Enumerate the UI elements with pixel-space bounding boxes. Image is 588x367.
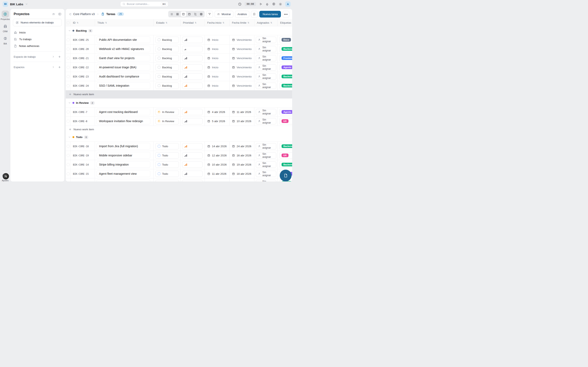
task-title[interactable]: Import from Jira (full migration) — [96, 143, 150, 150]
analytics-button[interactable]: Análisis — [235, 11, 250, 17]
start-date-cell[interactable]: Inicio — [205, 54, 229, 63]
tag-cell[interactable]: Backend — [279, 143, 292, 150]
view-list-icon[interactable] — [169, 11, 174, 17]
row-checkbox[interactable] — [66, 44, 70, 53]
priority-cell[interactable] — [182, 109, 203, 115]
row-checkbox[interactable] — [66, 160, 70, 169]
tag-cell[interactable]: Backend — [279, 161, 292, 168]
tag-cell[interactable]: UX — [279, 152, 292, 159]
assignee-cell[interactable]: Sin asignar — [256, 180, 276, 182]
task-title[interactable]: Email notification preferences — [96, 180, 150, 182]
task-title[interactable]: SSO / SAML integration — [96, 82, 150, 89]
priority-cell[interactable] — [182, 143, 203, 150]
table-row[interactable]: BIK-CORE-8 Workspace invitation flow red… — [66, 117, 292, 126]
status-badge[interactable]: Backlog — [155, 37, 179, 43]
row-checkbox[interactable] — [66, 151, 70, 160]
plus-icon[interactable] — [58, 55, 61, 58]
sidebar-item-notas-adhesivas[interactable]: Notas adhesivas — [10, 43, 64, 49]
status-badge[interactable]: In Review — [155, 118, 179, 124]
status-badge[interactable]: Todo — [155, 152, 179, 159]
sidebar-item-inicio[interactable]: Inicio — [10, 29, 64, 36]
show-button[interactable]: Mostrar — [215, 11, 233, 17]
row-checkbox[interactable] — [66, 81, 70, 90]
sidebar-section-spaces[interactable]: Espacios — [10, 64, 64, 70]
start-date-cell[interactable]: 4 abr 2026 — [205, 108, 229, 117]
status-badge[interactable]: Backlog — [155, 55, 179, 61]
new-task-button[interactable]: Nueva tarea — [259, 11, 281, 17]
due-date-cell[interactable]: 11 abr 2026 — [229, 108, 254, 117]
assignee-cell[interactable]: Sin asignar — [256, 64, 276, 71]
table-row[interactable]: BIK-CORE-15 Agent fleet management view … — [66, 169, 292, 178]
status-badge[interactable]: Todo — [155, 171, 179, 177]
row-checkbox[interactable] — [66, 178, 70, 182]
due-date-cell[interactable]: Vencimiento — [229, 35, 254, 44]
row-checkbox[interactable] — [66, 35, 70, 44]
assignee-cell[interactable]: Sin asignar — [256, 83, 276, 89]
group-header-row[interactable]: In Review 2 — [66, 99, 292, 108]
play-icon[interactable] — [259, 2, 262, 6]
status-badge[interactable]: In Review — [155, 109, 179, 115]
new-work-item-row[interactable]: Nuevo work item — [66, 126, 292, 133]
column-header-asignados[interactable]: Asignados⇅ — [254, 19, 278, 26]
task-title[interactable]: Public API documentation site — [96, 36, 150, 43]
start-date-cell[interactable]: 11 abr 2026 — [205, 169, 229, 178]
priority-cell[interactable] — [182, 171, 203, 177]
status-badge[interactable]: Backlog — [155, 73, 179, 80]
tag-cell[interactable]: Agents — [279, 64, 292, 71]
row-checkbox[interactable] — [66, 117, 70, 125]
priority-cell[interactable] — [182, 46, 203, 52]
sidebar-filter-icon[interactable] — [52, 12, 55, 16]
assignee-cell[interactable]: Sin asignar — [256, 118, 276, 124]
more-options-button[interactable]: ••• — [283, 11, 289, 17]
table-row[interactable]: BIK-CORE-16 Email notification preferenc… — [66, 178, 292, 182]
status-badge[interactable]: Todo — [155, 180, 179, 182]
sidebar-collapse-icon[interactable] — [58, 12, 61, 16]
table-row[interactable]: BIK-CORE-23 Audit dashboard for complian… — [66, 72, 292, 81]
tag-cell[interactable]: UX — [279, 118, 292, 124]
task-title[interactable]: Mobile responsive sidebar — [96, 152, 150, 159]
workspace-chevron-down-icon[interactable] — [25, 3, 28, 6]
start-date-cell[interactable]: Inicio — [205, 72, 229, 81]
table-row[interactable]: BIK-CORE-21 Gantt chart view for project… — [66, 54, 292, 63]
start-date-cell[interactable]: Inicio — [205, 63, 229, 72]
task-title[interactable]: Audit dashboard for compliance — [96, 73, 150, 80]
start-date-cell[interactable]: 12 abr 2026 — [205, 178, 229, 182]
column-header-prioridad[interactable]: Prioridad⇅ — [181, 19, 205, 26]
row-checkbox[interactable] — [66, 54, 70, 63]
start-date-cell[interactable]: 5 abr 2026 — [205, 117, 229, 125]
user-avatar[interactable]: A — [285, 1, 291, 7]
sidebar-item-tu-trabajo[interactable]: Tu trabajo — [10, 36, 64, 43]
chevron-right-icon[interactable] — [52, 66, 55, 69]
bell-icon[interactable] — [265, 2, 269, 6]
task-title[interactable]: AI-powered issue triage (BIA) — [96, 64, 150, 71]
group-header-row[interactable]: Backlog 6 — [66, 26, 292, 35]
column-header-estado[interactable]: Estado⇅ — [154, 19, 181, 26]
view-calendar-icon[interactable] — [187, 11, 192, 17]
tag-cell[interactable]: Agents — [279, 109, 292, 115]
status-badge[interactable]: Todo — [155, 143, 179, 150]
floating-page-button[interactable] — [280, 170, 292, 182]
priority-cell[interactable] — [182, 180, 203, 182]
assignee-cell[interactable]: Sin asignar — [256, 109, 276, 115]
assignee-cell[interactable]: Sin asignar — [256, 37, 276, 43]
due-date-cell[interactable]: Vencimiento — [229, 81, 254, 90]
due-date-cell[interactable]: Vencimiento — [229, 72, 254, 81]
workspace-logo[interactable]: BI — [3, 1, 8, 7]
priority-cell[interactable] — [182, 64, 203, 71]
group-chevron-down-icon[interactable] — [68, 136, 71, 138]
profile-avatar[interactable]: N — [3, 173, 9, 179]
assignee-cell[interactable]: Sin asignar — [256, 152, 276, 159]
priority-cell[interactable] — [182, 55, 203, 61]
priority-cell[interactable] — [182, 83, 203, 89]
priority-cell[interactable] — [182, 118, 203, 124]
column-header-titulo[interactable]: Título⇅ — [95, 19, 154, 26]
table-row[interactable]: BIK-CORE-7 Agent cost tracking dashboard… — [66, 108, 292, 117]
row-checkbox[interactable] — [66, 108, 70, 117]
task-title[interactable]: Webhook v2 with HMAC signatures — [96, 46, 150, 52]
start-date-cell[interactable]: 10 abr 2026 — [205, 160, 229, 169]
table-row[interactable]: BIK-CORE-24 SSO / SAML integration Backl… — [66, 81, 292, 90]
priority-cell[interactable] — [182, 73, 203, 80]
task-title[interactable]: Gantt chart view for projects — [96, 55, 150, 61]
row-checkbox[interactable] — [66, 169, 70, 178]
column-header-fecha-inicio[interactable]: Fecha inicio⇅ — [205, 19, 229, 26]
